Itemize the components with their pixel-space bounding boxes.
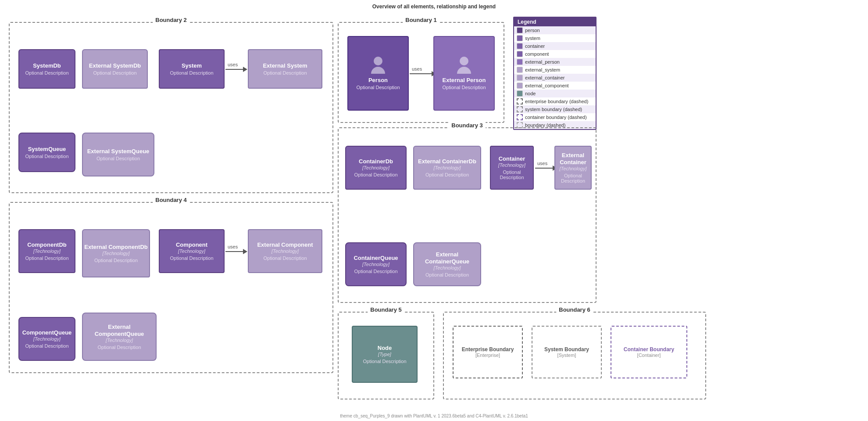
legend-swatch-node [517, 90, 523, 97]
ext-container-db-tech: [Technology] [434, 165, 461, 170]
legend-item-ext-system: external_system [514, 66, 596, 74]
person-name: Person [368, 77, 388, 84]
legend-swatch-enterprise [517, 98, 523, 104]
container-boundary-name: Container Boundary [624, 346, 674, 353]
ext-system-queue: External SystemQueue Optional Descriptio… [82, 133, 154, 176]
ext-system-name: External System [263, 62, 307, 69]
container-queue-name: ContainerQueue [354, 255, 398, 262]
system-queue-name: SystemQueue [28, 146, 66, 153]
ext-component-queue-name: External ComponentQueue [83, 324, 156, 337]
component-db-tech: [Technology] [33, 248, 61, 254]
ext-container-queue-tech: [Technology] [434, 265, 461, 270]
ext-component-db-tech: [Technology] [103, 251, 130, 256]
footer: theme cb_seq_Purples_9 drawn with PlantU… [0, 414, 868, 418]
component-queue-name: ComponentQueue [22, 329, 72, 336]
ext-system-elem: External System Optional Description [248, 49, 322, 89]
ext-component-db-desc: Optional Description [94, 258, 138, 263]
component-tech: [Technology] [178, 248, 205, 254]
ext-component-name: External Component [257, 241, 313, 248]
boundary-6-title: Boundary 6 [556, 306, 593, 313]
boundary-6-items: Enterprise Boundary [Enterprise] System … [453, 326, 687, 378]
legend-title: Legend [514, 18, 596, 26]
ext-system-db-desc: Optional Description [93, 70, 136, 76]
ext-container-name: External Container [555, 152, 591, 166]
ext-component-queue: External ComponentQueue [Technology] Opt… [82, 313, 157, 361]
node-name: Node [378, 345, 392, 352]
legend-item-container-boundary: container boundary (dashed) [514, 113, 596, 121]
container-db-desc: Optional Description [354, 172, 397, 177]
arrow-label-uses-2: uses [228, 62, 238, 67]
ext-component-desc: Optional Description [263, 255, 307, 261]
system-boundary-tech: [System] [557, 353, 576, 358]
component-db: ComponentDb [Technology] Optional Descri… [18, 229, 75, 273]
system-queue-desc: Optional Description [25, 154, 68, 159]
boundary-2-title: Boundary 2 [153, 17, 189, 23]
legend-item-ext-container: external_container [514, 74, 596, 82]
ext-component-queue-tech: [Technology] [106, 338, 133, 343]
component-arrow: uses [225, 249, 247, 254]
system-name: System [182, 62, 202, 69]
enterprise-boundary-name: Enterprise Boundary [462, 346, 514, 353]
ext-component-db-name: External ComponentDb [84, 244, 147, 251]
legend-item-node: node [514, 90, 596, 97]
arrow-label-uses-3: uses [537, 161, 547, 166]
system-db-name: SystemDb [33, 62, 61, 69]
ext-component-queue-desc: Optional Description [97, 345, 141, 350]
ext-container-elem: External Container [Technology] Optional… [554, 146, 592, 190]
component-db-name: ComponentDb [27, 241, 67, 248]
node-elem: Node [Type] Optional Description [352, 326, 418, 383]
ext-component-tech: [Technology] [271, 248, 299, 254]
component-queue-desc: Optional Description [25, 343, 68, 349]
ext-container-queue-desc: Optional Description [425, 272, 469, 277]
arrow-head-2 [243, 67, 247, 72]
legend-box: Legend person system container component… [513, 17, 597, 130]
container-db-tech: [Technology] [362, 165, 389, 170]
container-arrow: uses [535, 166, 557, 171]
container-queue-desc: Optional Description [354, 269, 397, 274]
ext-container-queue: External ContainerQueue [Technology] Opt… [413, 242, 481, 286]
ext-system-desc: Optional Description [263, 70, 307, 76]
system-db-desc: Optional Description [25, 70, 68, 76]
ext-system-queue-desc: Optional Description [96, 156, 140, 161]
ext-person-element: External Person Optional Description [433, 36, 495, 111]
legend-item-container: container [514, 42, 596, 50]
ext-person-name: External Person [443, 77, 486, 84]
legend-swatch-container-boundary [517, 114, 523, 120]
legend-item-ext-person: external_person [514, 58, 596, 66]
boundary-3: Boundary 3 ContainerDb [Technology] Opti… [338, 127, 597, 303]
legend-item-system: system [514, 34, 596, 42]
boundary-1: Boundary 1 Person Optional Description u… [338, 22, 504, 123]
container-db-name: ContainerDb [359, 158, 393, 165]
legend-swatch-ext-component [517, 83, 523, 89]
legend-swatch-ext-person [517, 59, 523, 65]
ext-system-db: External SystemDb Optional Description [82, 49, 148, 89]
boundary-1-title: Boundary 1 [403, 17, 439, 23]
component-db-desc: Optional Description [25, 255, 68, 261]
legend-swatch-ext-container [517, 75, 523, 81]
legend-item-system-boundary: system boundary (dashed) [514, 105, 596, 113]
legend-swatch-system-boundary [517, 106, 523, 112]
system-db: SystemDb Optional Description [18, 49, 75, 89]
ext-component-db: External ComponentDb [Technology] Option… [82, 229, 150, 277]
container-boundary-tech: [Container] [637, 353, 661, 358]
container-boundary-elem: Container Boundary [Container] [611, 326, 687, 378]
system-desc: Optional Description [170, 70, 213, 76]
container-queue-tech: [Technology] [362, 262, 389, 267]
ext-system-queue-name: External SystemQueue [87, 148, 150, 155]
person-desc: Optional Description [356, 85, 400, 90]
container-elem: Container [Technology] Optional Descript… [490, 146, 534, 190]
container-tech: [Technology] [498, 162, 525, 168]
ext-system-db-name: External SystemDb [89, 62, 141, 69]
node-desc: Optional Description [363, 359, 406, 364]
boundary-2: Boundary 2 SystemDb Optional Description… [9, 22, 333, 193]
legend-item-ext-component: external_component [514, 82, 596, 90]
legend-swatch-container [517, 43, 523, 49]
boundary-4: Boundary 4 ComponentDb [Technology] Opti… [9, 202, 333, 373]
legend-item-enterprise-boundary: enterprise boundary (dashed) [514, 97, 596, 105]
person-icon [369, 57, 387, 74]
boundary-4-title: Boundary 4 [153, 197, 189, 203]
legend-swatch-component [517, 51, 523, 57]
legend-swatch-ext-system [517, 67, 523, 73]
node-tech: [Type] [378, 352, 391, 357]
person-element: Person Optional Description [347, 36, 409, 111]
